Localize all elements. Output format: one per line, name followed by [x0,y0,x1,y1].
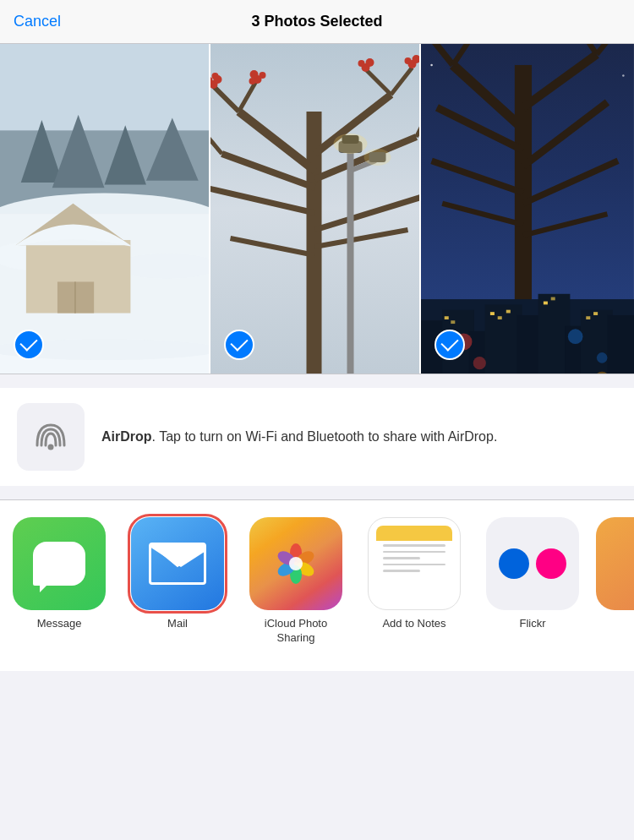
photo-3-image [421,44,634,374]
svg-rect-91 [445,316,449,319]
photo-1-checkmark[interactable] [14,330,44,360]
share-item-message[interactable]: Message [0,517,118,631]
photo-3-checkmark[interactable] [435,330,465,360]
svg-point-110 [48,445,54,450]
airdrop-rings-icon [29,415,73,459]
svg-rect-53 [347,145,354,374]
svg-rect-97 [551,297,555,301]
svg-point-67 [622,74,625,77]
svg-rect-98 [586,316,590,319]
bottom-safe-area [0,654,634,671]
svg-point-43 [366,58,374,67]
notes-icon [368,517,461,610]
svg-rect-90 [607,315,633,374]
page-title: 3 Photos Selected [251,13,382,30]
share-row: Message Mail [0,500,634,654]
notes-line-5 [383,570,420,572]
photo-item-3[interactable] [421,44,634,374]
partial-icon [596,517,634,610]
svg-point-37 [212,73,219,79]
airdrop-svg [29,415,73,459]
mail-icon [131,517,224,610]
message-label: Message [37,617,82,631]
notes-line-4 [383,564,445,566]
share-item-notes[interactable]: Add to Notes [355,517,473,631]
svg-point-105 [473,357,486,369]
svg-point-39 [250,70,259,79]
notes-line-3 [383,557,420,559]
photo-2-checkmark[interactable] [224,330,254,360]
airdrop-icon [17,403,85,471]
flickr-blue-dot [499,548,529,579]
flickr-label: Flickr [519,617,545,631]
separator-1 [0,374,634,374]
icloud-icon [249,517,342,610]
share-item-flickr[interactable]: Flickr [473,517,592,631]
airdrop-section[interactable]: AirDrop. Tap to turn on Wi-Fi and Blueto… [0,388,634,486]
svg-point-56 [334,134,368,154]
photos-strip [0,44,634,374]
flickr-pink-dot [536,548,566,579]
message-icon [13,517,106,610]
svg-point-107 [597,352,608,363]
mail-v-icon [151,545,204,582]
svg-point-47 [405,57,412,64]
airdrop-title: AirDrop [101,429,152,444]
share-item-mail[interactable]: Mail [118,517,237,631]
svg-point-117 [289,557,303,570]
photo-count: 3 [251,13,260,30]
svg-point-66 [430,64,433,67]
cancel-button[interactable]: Cancel [14,13,61,30]
share-item-icloud[interactable]: iCloud PhotoSharing [237,517,355,646]
photo-2-image [210,44,419,374]
mail-envelope-icon [149,543,206,585]
icloud-label: iCloud PhotoSharing [265,617,327,646]
share-item-partial[interactable] [592,517,634,610]
svg-point-40 [260,72,266,79]
airdrop-description: AirDrop. Tap to turn on Wi-Fi and Blueto… [101,428,497,446]
airdrop-desc-text: . Tap to turn on Wi-Fi and Bluetooth to … [152,429,498,444]
photo-1-image [0,44,209,374]
svg-rect-92 [451,320,455,324]
notes-label: Add to Notes [382,617,445,631]
svg-point-59 [364,149,391,166]
notes-line-2 [383,551,445,554]
flickr-icon [486,517,579,610]
mail-label: Mail [167,617,188,631]
photo-item-2[interactable] [210,44,419,374]
photos-selected-label: Photos Selected [264,13,382,30]
svg-rect-94 [498,316,502,319]
svg-point-41 [249,78,256,85]
svg-point-106 [568,329,583,344]
svg-point-44 [358,60,365,67]
svg-rect-96 [544,302,548,305]
photo-item-1[interactable] [0,44,209,374]
svg-rect-99 [593,312,598,315]
message-bubble [33,542,85,586]
header: Cancel 3 Photos Selected [0,0,634,44]
svg-rect-95 [506,310,511,314]
svg-rect-93 [490,312,495,315]
icloud-flower-icon [270,537,322,590]
notes-line-1 [383,544,445,547]
notes-inner-icon [376,526,452,602]
